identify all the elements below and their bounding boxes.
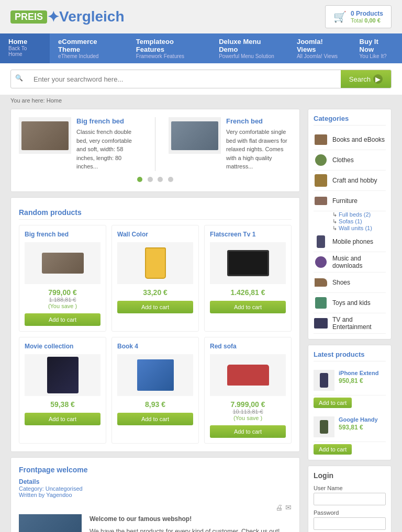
password-label: Password [314, 510, 386, 516]
products-grid: Big french bed 799,00 € 1.188,81 € (You … [19, 225, 292, 444]
welcome-image [19, 514, 82, 533]
product-2-name[interactable]: Wall Color [117, 231, 193, 238]
latest-1-price: 950,81 € [339, 377, 386, 384]
mobile-icon [314, 234, 328, 249]
clothes-icon [314, 153, 328, 167]
cat-music-label: Music and downloads [332, 255, 386, 269]
product-1-name[interactable]: Big french bed [25, 231, 100, 238]
slide-1-image [19, 117, 71, 154]
search-icon: 🔍 [11, 70, 27, 88]
search-button[interactable]: Search ▶ [341, 70, 391, 88]
product-5-price: 8,93 € [117, 400, 193, 409]
product-3-price: 1.426,81 € [210, 288, 286, 297]
product-4-add-btn[interactable]: Add to cart [25, 413, 100, 425]
latest-1-add-btn[interactable]: Add to cart [314, 398, 352, 408]
slide-1-desc: Classic french double bed, very comforta… [76, 128, 142, 171]
product-card-1: Big french bed 799,00 € 1.188,81 € (You … [19, 225, 106, 332]
nav-item-joomla[interactable]: Joomla! Views All Joomla! Views [288, 33, 351, 63]
email-icon[interactable]: ✉ [285, 503, 292, 512]
shoes-icon [314, 275, 328, 290]
logo-vergleich: Vergleich [59, 8, 125, 25]
welcome-title: Frontpage welcome [19, 466, 292, 474]
slide-1: Big french bed Classic french double bed… [19, 117, 142, 171]
product-3-add-btn[interactable]: Add to cart [210, 301, 286, 313]
product-5-name[interactable]: Book 4 [117, 343, 193, 350]
latest-product-1: iPhone Extend 950,81 € [314, 366, 386, 395]
music-icon [314, 255, 328, 269]
cat-item-clothes[interactable]: Clothes [314, 150, 386, 171]
product-6-name[interactable]: Red sofa [210, 343, 286, 350]
cat-item-furniture[interactable]: Furniture [314, 191, 386, 211]
product-6-add-btn[interactable]: Add to cart [210, 425, 286, 438]
product-1-price-old: 1.188,81 € [25, 297, 100, 303]
product-1-image [25, 242, 100, 284]
cat-item-music[interactable]: Music and downloads [314, 252, 386, 273]
dot-2[interactable] [148, 177, 153, 182]
cat-craft-label: Craft and hobby [332, 177, 377, 184]
latest-2-image [314, 416, 334, 437]
latest-2-add-btn[interactable]: Add to cart [314, 444, 352, 455]
cat-furniture-label: Furniture [332, 197, 358, 205]
cat-item-toys[interactable]: Toys and kids [314, 293, 386, 313]
author-info: Written by Yagendoo [19, 492, 292, 498]
tv-icon [314, 316, 328, 331]
latest-products-title: Latest products [314, 350, 386, 361]
nav-item-deluxe[interactable]: Deluxe Menu Demo Powerful Menu Solution [210, 33, 288, 63]
username-input[interactable] [314, 493, 386, 505]
product-1-price: 799,00 € [25, 288, 100, 297]
dot-3[interactable] [158, 177, 163, 182]
product-4-price: 59,38 € [25, 400, 100, 409]
search-input[interactable] [27, 70, 341, 88]
cat-mobile-label: Mobile phones [332, 238, 373, 245]
cat-item-books[interactable]: Books and eBooks [314, 130, 386, 150]
product-card-5: Book 4 8,93 € Add to cart [111, 337, 199, 444]
logo-preis: PREIS [10, 10, 47, 24]
furniture-sub-3[interactable]: Wall units (1) [339, 225, 372, 231]
product-card-3: Flatscreen Tv 1 1.426,81 € Add to cart [204, 225, 292, 332]
main-nav: Home Back To Home eCommerce Theme eTheme… [0, 33, 402, 63]
password-input[interactable] [314, 517, 386, 530]
dot-4[interactable] [168, 177, 173, 182]
product-3-image [210, 242, 286, 284]
print-icon[interactable]: 🖨 [275, 503, 283, 512]
dot-1[interactable] [137, 177, 142, 182]
breadcrumb: You are here: Home [0, 95, 402, 106]
latest-products-box: Latest products iPhone Extend 950,81 € A… [308, 345, 392, 460]
cat-item-tv[interactable]: TV and Entertainment [314, 313, 386, 334]
nav-item-templateoo[interactable]: Templateoo Features Framework Features [128, 33, 210, 63]
random-products-title: Random products [19, 206, 292, 220]
category-info: Category: Uncategorised [19, 485, 292, 492]
welcome-actions: 🖨 ✉ [19, 503, 292, 512]
cat-item-mobile[interactable]: Mobile phones [314, 232, 386, 252]
product-4-name[interactable]: Movie collection [25, 343, 100, 350]
latest-1-info: iPhone Extend 950,81 € [339, 370, 386, 391]
cat-item-craft[interactable]: Craft and hobby [314, 171, 386, 191]
nav-item-buy[interactable]: Buy It Now You Like It? [351, 33, 402, 63]
cat-clothes-label: Clothes [332, 156, 354, 164]
furniture-sub-2[interactable]: Sofas (1) [339, 218, 362, 224]
latest-1-name[interactable]: iPhone Extend [339, 370, 386, 376]
product-5-add-btn[interactable]: Add to cart [117, 413, 193, 425]
nav-item-ecommerce[interactable]: eCommerce Theme eTheme Included [50, 33, 128, 63]
product-6-save: (You save ) [210, 415, 286, 421]
welcome-para-1: We have the best products for every kind… [90, 527, 292, 532]
product-card-6: Red sofa 7.999,00 € 10.113,81 € (You sav… [204, 337, 292, 444]
nav-item-home[interactable]: Home Back To Home [0, 33, 50, 63]
furniture-sub-1[interactable]: Full beds (2) [339, 211, 371, 218]
latest-2-info: Google Handy 593,81 € [339, 416, 386, 437]
cat-item-shoes[interactable]: Shoes [314, 273, 386, 293]
left-column: Big french bed Classic french double bed… [10, 109, 300, 532]
latest-product-2: Google Handy 593,81 € [314, 412, 386, 442]
welcome-text: Welcome to our famous webshop! We have t… [90, 514, 292, 533]
product-2-add-btn[interactable]: Add to cart [117, 301, 193, 313]
product-5-image [117, 354, 193, 396]
right-sidebar: Categories Books and eBooks Clothes Craf… [308, 109, 392, 532]
login-title: Login [314, 471, 386, 480]
latest-2-name[interactable]: Google Handy [339, 416, 386, 423]
welcome-section: Frontpage welcome Details Category: Unca… [10, 457, 300, 533]
product-1-add-btn[interactable]: Add to cart [25, 313, 100, 326]
slide-1-title[interactable]: Big french bed [76, 117, 142, 125]
cart-total: Total 0,00 € [351, 17, 383, 24]
product-3-name[interactable]: Flatscreen Tv 1 [210, 231, 286, 238]
slide-2-title[interactable]: French bed [226, 117, 292, 125]
